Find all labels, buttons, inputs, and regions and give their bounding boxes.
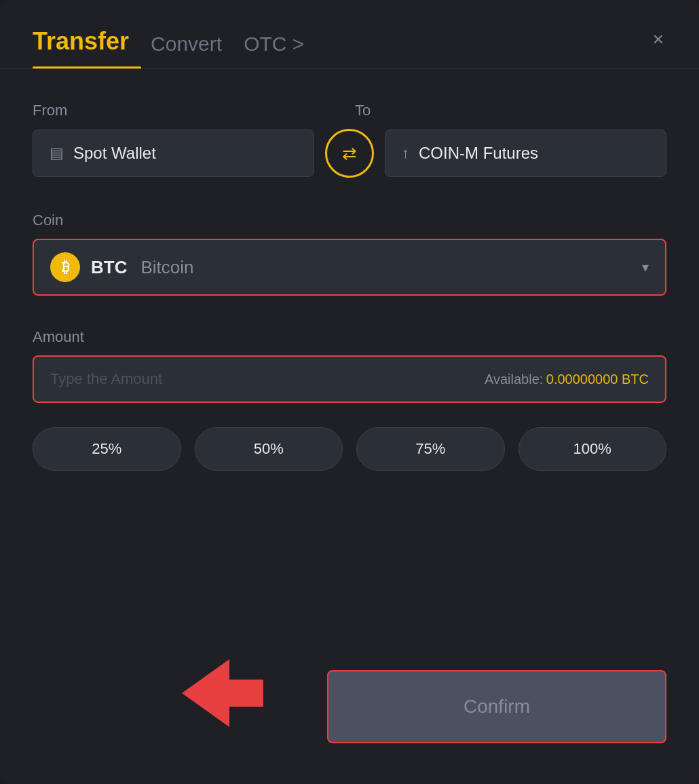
available-label: Available: — [485, 372, 543, 387]
from-to-labels: From To — [33, 102, 666, 119]
amount-label: Amount — [33, 328, 666, 346]
to-label: To — [344, 102, 666, 119]
tab-transfer[interactable]: Transfer — [33, 27, 129, 64]
available-value: 0.00000000 BTC — [546, 372, 649, 387]
amount-section: Amount Type the Amount Available: 0.0000… — [33, 328, 666, 403]
arrow-indicator — [182, 659, 263, 730]
coin-chevron-down-icon: ▾ — [642, 259, 649, 275]
header-divider — [0, 68, 699, 69]
btc-icon: ₿ — [50, 252, 80, 282]
available-info: Available: 0.00000000 BTC — [485, 372, 649, 387]
bottom-section: Confirm — [33, 629, 666, 743]
btc-symbol: ₿ — [62, 258, 69, 276]
coin-selector[interactable]: ₿ BTC Bitcoin ▾ — [33, 239, 666, 296]
coin-label: Coin — [33, 212, 666, 229]
wallet-card-icon: ▤ — [50, 144, 64, 162]
modal-header: Transfer Convert OTC > × — [33, 27, 666, 64]
from-to-row: ▤ Spot Wallet ⇄ ↑ COIN-M Futures — [33, 129, 666, 178]
coin-section: Coin ₿ BTC Bitcoin ▾ — [33, 212, 666, 296]
coin-symbol: BTC — [91, 257, 127, 278]
tab-convert[interactable]: Convert — [151, 33, 222, 64]
svg-marker-0 — [182, 659, 263, 727]
swap-icon: ⇄ — [342, 143, 357, 164]
swap-button[interactable]: ⇄ — [325, 129, 374, 178]
from-wallet-label: Spot Wallet — [73, 144, 156, 163]
coin-name: Bitcoin — [140, 257, 193, 278]
percent-buttons-row: 25% 50% 75% 100% — [33, 427, 666, 471]
from-to-section: From To ▤ Spot Wallet ⇄ ↑ COIN-M Futures — [33, 102, 666, 178]
to-wallet-selector[interactable]: ↑ COIN-M Futures — [385, 130, 666, 177]
percent-100-button[interactable]: 100% — [518, 427, 667, 471]
amount-input-box[interactable]: Type the Amount Available: 0.00000000 BT… — [33, 355, 666, 403]
close-button[interactable]: × — [650, 27, 666, 52]
confirm-button[interactable]: Confirm — [327, 670, 666, 743]
percent-25-button[interactable]: 25% — [33, 427, 181, 471]
from-label: From — [33, 102, 344, 119]
futures-arrow-icon: ↑ — [402, 144, 409, 162]
percent-75-button[interactable]: 75% — [356, 427, 505, 471]
transfer-modal: Transfer Convert OTC > × From To ▤ Spot … — [0, 0, 699, 784]
header-tabs: Transfer Convert OTC > — [33, 27, 666, 64]
from-wallet-selector[interactable]: ▤ Spot Wallet — [33, 130, 314, 177]
to-wallet-label: COIN-M Futures — [419, 144, 538, 163]
amount-placeholder: Type the Amount — [50, 370, 162, 388]
percent-50-button[interactable]: 50% — [195, 427, 343, 471]
tab-otc[interactable]: OTC > — [244, 33, 304, 64]
